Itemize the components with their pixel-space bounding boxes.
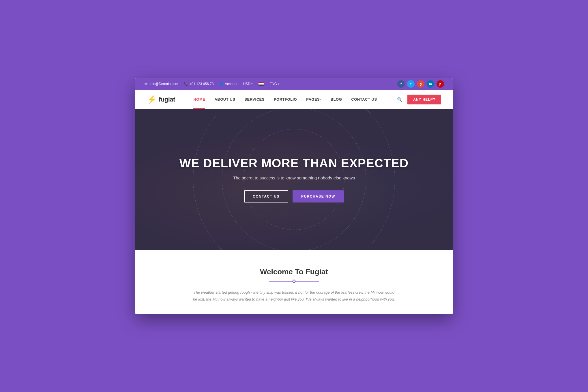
phone-number: +01 123 456 78: [190, 82, 214, 86]
pinterest-icon[interactable]: p: [437, 80, 444, 88]
language-chevron: ▾: [278, 82, 279, 85]
hero-section: WE DELIVER MORE THAN EXPECTED The secret…: [135, 109, 453, 250]
any-help-button[interactable]: ANY HELP?: [407, 95, 441, 104]
currency-label: USD: [243, 82, 250, 86]
nav-menu: HOME ABOUT US SERVICES PORTFOLIO PAGES B…: [189, 90, 381, 109]
nav-item-pages[interactable]: PAGES: [302, 90, 326, 109]
navbar: ⚡ fugiat HOME ABOUT US SERVICES PORTFOLI…: [135, 90, 453, 109]
welcome-section: Welcome To Fugiat The weather started ge…: [135, 250, 453, 314]
nav-item-portfolio[interactable]: PORTFOLIO: [269, 90, 302, 109]
nav-right: 🔍 ANY HELP?: [395, 95, 441, 104]
nav-item-contact[interactable]: CONTACT US: [347, 90, 381, 109]
user-icon: 👤: [219, 82, 223, 86]
browser-window: ✉ Info@Domain.com 📞 +01 123 456 78 👤 Acc…: [135, 78, 453, 314]
purchase-now-button[interactable]: PURCHASE NOW: [293, 190, 344, 202]
phone-contact[interactable]: 📞 +01 123 456 78: [184, 82, 214, 86]
welcome-body: The weather started getting rough - the …: [193, 289, 395, 303]
search-button[interactable]: 🔍: [395, 95, 404, 104]
email-icon: ✉: [144, 82, 148, 86]
divider-line-left: [269, 281, 292, 282]
logo[interactable]: ⚡ fugiat: [147, 95, 175, 104]
top-bar: ✉ Info@Domain.com 📞 +01 123 456 78 👤 Acc…: [135, 78, 453, 90]
currency-selector[interactable]: USD ▾: [243, 82, 253, 86]
flag-icon: [259, 82, 264, 86]
nav-item-home[interactable]: HOME: [189, 90, 210, 109]
welcome-title: Welcome To Fugiat: [147, 267, 441, 276]
nav-item-services[interactable]: SERVICES: [240, 90, 269, 109]
social-links: f t g in p: [397, 80, 444, 88]
hero-title: WE DELIVER MORE THAN EXPECTED: [179, 156, 409, 170]
nav-item-blog[interactable]: BLOG: [326, 90, 347, 109]
email-address: Info@Domain.com: [149, 82, 178, 86]
hero-buttons: CONTACT US PURCHASE NOW: [244, 190, 344, 202]
email-contact[interactable]: ✉ Info@Domain.com: [144, 82, 178, 86]
currency-chevron: ▾: [251, 82, 253, 85]
hero-content: WE DELIVER MORE THAN EXPECTED The secret…: [135, 109, 453, 250]
divider-line-right: [296, 281, 319, 282]
language-selector[interactable]: ENG ▾: [269, 82, 279, 86]
google-plus-icon[interactable]: g: [417, 80, 424, 88]
search-icon: 🔍: [397, 97, 402, 102]
logo-text: fugiat: [159, 96, 175, 103]
account-label: Account: [225, 82, 237, 86]
phone-icon: 📞: [184, 82, 188, 86]
divider-diamond: [292, 279, 296, 283]
contact-us-button[interactable]: CONTACT US: [244, 190, 288, 202]
welcome-divider: [147, 280, 441, 283]
nav-item-about[interactable]: ABOUT US: [210, 90, 240, 109]
language-label: ENG: [269, 82, 277, 86]
twitter-icon[interactable]: t: [407, 80, 415, 88]
hero-subtitle: The secret to success is to know somethi…: [233, 175, 355, 180]
main-navigation: HOME ABOUT US SERVICES PORTFOLIO PAGES B…: [189, 90, 381, 109]
top-bar-left: ✉ Info@Domain.com 📞 +01 123 456 78 👤 Acc…: [144, 82, 279, 86]
logo-icon: ⚡: [147, 95, 157, 104]
linkedin-icon[interactable]: in: [427, 80, 434, 88]
account-link[interactable]: 👤 Account: [219, 82, 237, 86]
facebook-icon[interactable]: f: [397, 80, 405, 88]
